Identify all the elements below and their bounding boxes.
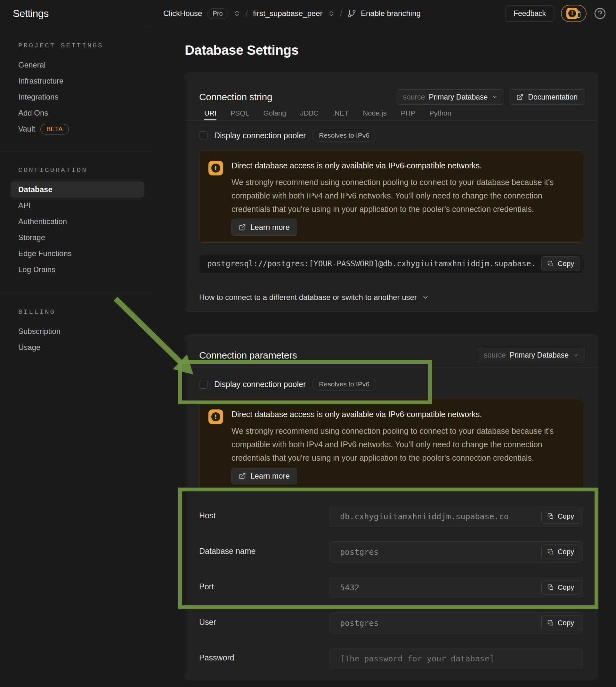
source-select[interactable]: source Primary Database <box>478 348 585 363</box>
tab-nodejs[interactable]: Node.js <box>363 109 387 120</box>
sidebar-item-authentication[interactable]: Authentication <box>10 214 144 229</box>
section-header-project-settings: PROJECT SETTINGS <box>18 42 144 50</box>
sidebar-item-usage[interactable]: Usage <box>10 339 144 355</box>
copy-icon <box>548 513 554 519</box>
tab-jdbc[interactable]: JDBC <box>300 109 318 120</box>
sidebar-item-vault[interactable]: Vault BETA <box>10 121 144 137</box>
password-field-row: Password [The password for your database… <box>199 648 583 669</box>
connection-uri-value: postgresql://postgres:[YOUR-PASSWORD]@db… <box>207 259 535 268</box>
learn-more-button[interactable]: Learn more <box>232 219 297 236</box>
help-button[interactable] <box>594 7 607 20</box>
warning-body: We strongly recommend using connection p… <box>232 175 570 216</box>
org-name[interactable]: ClickHouse <box>163 9 202 18</box>
sidebar-item-storage[interactable]: Storage <box>10 229 144 246</box>
connection-string-card: Connection string source Primary Databas… <box>185 74 598 312</box>
external-link-icon <box>239 472 246 480</box>
copy-user-button[interactable]: Copy <box>542 616 580 630</box>
database-name-input[interactable]: postgres Copy <box>329 541 583 562</box>
page-app-title: Settings <box>13 8 49 20</box>
port-input[interactable]: 5432 Copy <box>329 577 583 598</box>
learn-more-button[interactable]: Learn more <box>232 468 297 484</box>
connection-uri-field[interactable]: postgresql://postgres:[YOUR-PASSWORD]@db… <box>199 254 583 273</box>
warning-body: We strongly recommend using connection p… <box>232 424 570 465</box>
tab-golang[interactable]: Golang <box>264 109 286 120</box>
connect-help-expander[interactable]: How to connect to a different database o… <box>185 283 598 311</box>
user-label: User <box>199 613 329 634</box>
tab-python[interactable]: Python <box>430 109 452 120</box>
display-connection-pooler-row: Display connection pooler Resolves to IP… <box>199 130 583 140</box>
source-select[interactable]: source Primary Database <box>397 89 504 105</box>
tab-dotnet[interactable]: .NET <box>333 109 349 120</box>
page-title: Database Settings <box>185 42 616 58</box>
database-name-label: Database name <box>199 541 329 562</box>
port-label: Port <box>199 577 329 598</box>
host-field-row: Host db.cxhygiuitamxhniiddjm.supabase.co… <box>199 506 583 527</box>
external-link-icon <box>239 224 246 231</box>
section-header-configuration: CONFIGURATION <box>18 166 144 175</box>
sidebar-item-integrations[interactable]: Integrations <box>10 89 144 105</box>
sidebar-item-add-ons[interactable]: Add Ons <box>10 105 144 121</box>
sidebar-item-subscription[interactable]: Subscription <box>10 323 144 339</box>
sidebar-section-project-settings: PROJECT SETTINGS General Infrastructure … <box>0 27 151 152</box>
connection-string-tabs: URI PSQL Golang JDBC .NET Node.js PHP Py… <box>185 109 598 121</box>
user-input[interactable]: postgres Copy <box>329 613 583 634</box>
display-connection-pooler-checkbox[interactable] <box>199 380 208 389</box>
connection-parameters-header: Connection parameters source Primary Dat… <box>185 335 598 368</box>
copy-port-button[interactable]: Copy <box>542 580 580 595</box>
breadcrumb: ClickHouse Pro / first_supabase_peer / E… <box>163 8 421 19</box>
database-settings-page: Settings ClickHouse Pro / first_supabase… <box>0 0 616 687</box>
resolves-to-ipv6-badge: Resolves to IPv6 <box>312 129 376 142</box>
connection-parameters-title: Connection parameters <box>199 350 297 361</box>
password-input[interactable]: [The password for your database] <box>329 648 583 669</box>
connection-string-title: Connection string <box>199 92 272 103</box>
chevrons-up-down-icon[interactable] <box>234 10 240 17</box>
warning-title: Direct database access is only available… <box>232 409 570 419</box>
help-circle-icon <box>594 7 606 20</box>
enable-branching-button[interactable]: Enable branching <box>361 9 421 18</box>
database-name-field-row: Database name postgres Copy <box>199 541 583 562</box>
copy-database-name-button[interactable]: Copy <box>542 545 580 559</box>
tab-php[interactable]: PHP <box>401 109 415 120</box>
chevron-down-icon <box>491 94 498 100</box>
sidebar-item-general[interactable]: General <box>10 57 144 73</box>
resolves-to-ipv6-badge: Resolves to IPv6 <box>312 378 376 391</box>
sidebar-item-api[interactable]: API <box>10 198 144 214</box>
display-connection-pooler-label: Display connection pooler <box>214 131 306 140</box>
tab-uri[interactable]: URI <box>204 109 216 120</box>
copy-icon <box>548 261 554 267</box>
database-name-value: postgres <box>340 548 378 557</box>
beta-badge: BETA <box>40 124 69 134</box>
password-label: Password <box>199 648 329 669</box>
display-connection-pooler-label: Display connection pooler <box>214 380 306 389</box>
warning-title: Direct database access is only available… <box>232 161 570 170</box>
breadcrumb-separator: / <box>246 9 248 19</box>
copy-host-button[interactable]: Copy <box>542 509 580 524</box>
breadcrumb-separator: / <box>340 9 343 19</box>
chevrons-up-down-icon[interactable] <box>328 10 335 17</box>
documentation-button[interactable]: Documentation <box>509 89 585 105</box>
section-header-billing: BILLING <box>18 308 144 316</box>
sidebar-item-infrastructure[interactable]: Infrastructure <box>10 73 144 89</box>
sidebar-item-edge-functions[interactable]: Edge Functions <box>10 246 144 262</box>
settings-title-area: Settings <box>0 0 151 27</box>
sidebar-section-billing: BILLING Subscription Usage <box>0 293 151 370</box>
external-link-icon <box>516 93 524 101</box>
port-field-row: Port 5432 Copy <box>199 577 583 598</box>
chevron-down-icon <box>572 352 579 358</box>
top-bar: Settings ClickHouse Pro / first_supabase… <box>0 0 616 27</box>
copy-uri-button[interactable]: Copy <box>542 257 580 271</box>
connection-parameters-card: Connection parameters source Primary Dat… <box>185 335 598 679</box>
sidebar-item-log-drains[interactable]: Log Drains <box>10 262 144 278</box>
tab-psql[interactable]: PSQL <box>230 109 249 120</box>
git-branch-icon <box>347 9 356 18</box>
notifications-button[interactable]: ! <box>561 5 587 22</box>
display-connection-pooler-checkbox[interactable] <box>199 131 208 140</box>
host-label: Host <box>199 506 329 527</box>
chevron-down-icon <box>422 294 429 301</box>
feedback-button[interactable]: Feedback <box>506 5 554 22</box>
host-input[interactable]: db.cxhygiuitamxhniiddjm.supabase.co Copy <box>329 506 583 527</box>
warning-icon: ! <box>208 161 223 175</box>
user-value: postgres <box>340 619 378 628</box>
project-name[interactable]: first_supabase_peer <box>253 9 323 18</box>
sidebar-item-database[interactable]: Database <box>10 181 144 198</box>
